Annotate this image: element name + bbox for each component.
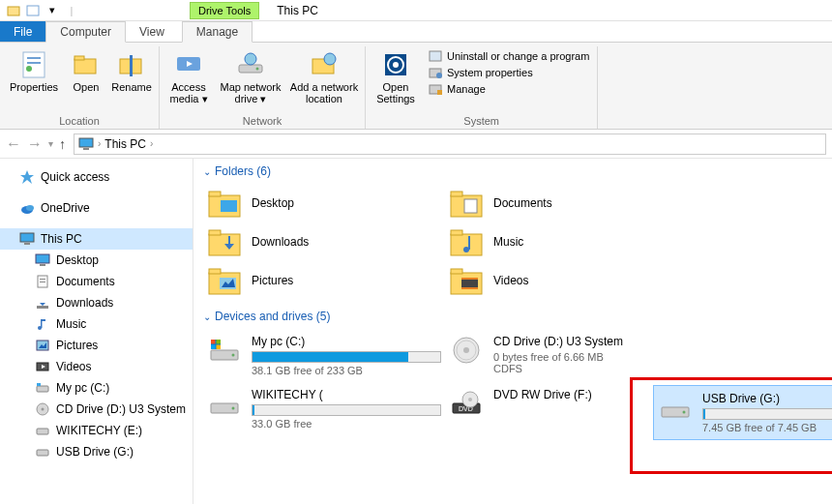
system-properties-button[interactable]: System properties [428,65,589,80]
crumb-separator[interactable]: › [98,138,101,149]
svg-rect-3 [27,57,41,59]
qat-item[interactable] [25,3,41,18]
drive-d[interactable]: CD Drive (D:) U3 System 0 bytes free of … [445,329,687,382]
tree-drive-e[interactable]: WIKITECHY (E:) [0,420,193,441]
app-icon [6,3,21,18]
contextual-tab-label: Drive Tools [190,2,259,19]
svg-rect-37 [37,306,48,309]
crumb-separator[interactable]: › [150,138,153,149]
svg-rect-56 [451,192,462,196]
svg-rect-57 [464,199,477,213]
svg-rect-50 [37,429,48,434]
tree-drive-c[interactable]: My pc (C:) [0,377,193,399]
caret-down-icon: ⌄ [203,311,211,322]
tree-music[interactable]: Music [0,313,193,335]
svg-point-83 [463,347,469,353]
svg-rect-51 [37,450,48,456]
open-settings-button[interactable]: Open Settings [370,46,422,115]
svg-rect-25 [79,138,93,147]
svg-marker-27 [20,170,34,184]
svg-point-5 [26,66,32,72]
drive-g[interactable]: USB Drive (G:) 7.45 GB free of 7.45 GB [653,385,832,440]
ribbon-group-system: Open Settings Uninstall or change a prog… [366,46,598,129]
tree-quick-access[interactable]: Quick access [0,166,193,188]
svg-point-19 [393,62,399,68]
qat-separator: | [64,3,79,18]
tree-desktop[interactable]: Desktop [0,250,193,271]
svg-rect-30 [20,233,34,242]
svg-rect-6 [74,59,96,74]
svg-rect-32 [36,254,49,263]
properties-button[interactable]: Properties [4,46,64,115]
svg-rect-58 [209,234,240,255]
svg-rect-79 [211,345,216,350]
svg-point-49 [42,408,45,411]
tree-this-pc[interactable]: This PC [0,228,193,250]
add-network-location-button[interactable]: Add a network location [287,46,361,115]
svg-rect-4 [27,62,41,64]
drive-f[interactable]: DVD DVD RW Drive (F:) [445,382,687,435]
rename-button[interactable]: Rename [108,46,155,115]
svg-rect-80 [217,345,222,350]
svg-rect-9 [130,55,133,76]
section-drives-header[interactable]: ⌄ Devices and drives (5) [203,310,832,323]
tree-onedrive[interactable]: OneDrive [0,197,193,219]
drive-c[interactable]: My pc (C:) 38.1 GB free of 233 GB [203,329,445,382]
ribbon: Properties Open Rename Location Access m… [0,43,832,130]
svg-rect-0 [8,7,19,15]
uninstall-button[interactable]: Uninstall or change a program [428,48,589,64]
access-media-button[interactable]: Access media ▾ [163,46,214,115]
svg-point-89 [468,398,472,401]
svg-point-22 [436,73,442,78]
folder-documents[interactable]: Documents [445,184,687,222]
recent-dropdown[interactable]: ▾ [48,138,53,149]
capacity-bar [702,408,832,420]
up-button[interactable]: ↑ [59,136,66,152]
svg-point-16 [324,53,336,65]
svg-rect-53 [209,192,221,196]
svg-rect-62 [451,230,462,235]
manage-button[interactable]: Manage [428,81,589,97]
ribbon-tabs: File Computer View Manage [0,21,832,43]
address-bar[interactable]: › This PC › [74,133,826,155]
tab-computer[interactable]: Computer [45,21,126,43]
svg-rect-26 [83,148,89,150]
svg-point-29 [26,205,34,211]
open-button[interactable]: Open [66,46,106,115]
svg-point-13 [256,68,259,71]
tree-drive-d[interactable]: CD Drive (D:) U3 System [0,399,193,420]
tree-downloads[interactable]: Downloads [0,292,193,313]
address-bar-row: ← → ▾ ↑ › This PC › [0,130,832,159]
tab-file[interactable]: File [0,21,45,42]
back-button[interactable]: ← [6,135,21,153]
qat-dropdown[interactable]: ▾ [45,3,60,18]
folder-pictures[interactable]: Pictures [203,261,445,300]
tab-manage[interactable]: Manage [182,21,253,43]
svg-rect-2 [23,52,45,77]
pc-icon [78,137,94,151]
tree-drive-g[interactable]: USB Drive (G:) [0,441,193,462]
forward-button[interactable]: → [27,135,43,153]
map-drive-button[interactable]: Map network drive ▾ [216,46,285,115]
tree-videos[interactable]: Videos [0,356,193,377]
folder-videos[interactable]: Videos [445,261,687,300]
explorer-body: Quick access OneDrive This PC Desktop Do… [0,159,832,504]
svg-point-75 [232,354,235,357]
folder-downloads[interactable]: Downloads [203,222,445,261]
svg-rect-46 [37,386,48,392]
titlebar: ▾ | Drive Tools This PC [0,0,832,21]
drive-e[interactable]: WIKITECHY ( 33.0 GB free [203,382,445,435]
folder-desktop[interactable]: Desktop [203,184,445,222]
svg-rect-54 [221,200,237,212]
tab-view[interactable]: View [126,21,178,42]
svg-rect-24 [437,90,442,95]
section-folders-header[interactable]: ⌄ Folders (6) [203,164,832,178]
quick-access-toolbar: ▾ | [0,3,85,18]
tree-documents[interactable]: Documents [0,271,193,292]
tree-pictures[interactable]: Pictures [0,335,193,356]
folder-music[interactable]: Music [445,222,687,261]
breadcrumb-root[interactable]: This PC [104,137,146,151]
svg-point-85 [232,407,235,410]
svg-rect-7 [74,56,84,60]
svg-rect-73 [461,287,478,289]
